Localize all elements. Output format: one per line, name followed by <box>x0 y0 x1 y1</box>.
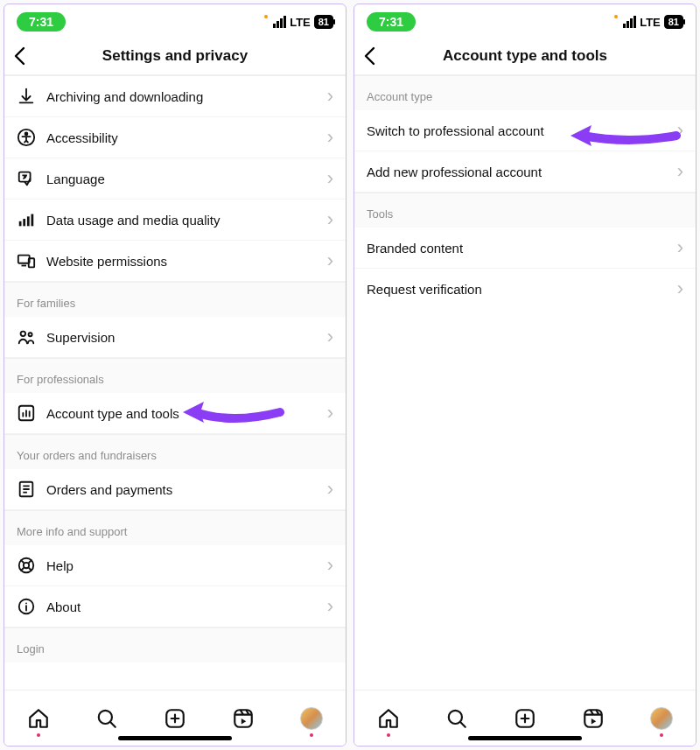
chevron-right-icon: › <box>677 236 683 259</box>
svg-point-10 <box>29 333 32 336</box>
account-type-content: Account type Switch to professional acco… <box>354 75 696 690</box>
home-icon <box>27 707 50 730</box>
battery-icon: 81 <box>664 15 683 29</box>
notification-dot-icon <box>37 733 40 737</box>
nav-home[interactable] <box>375 705 402 732</box>
row-label: Branded content <box>367 241 677 256</box>
page-header: Account type and tools <box>354 39 696 75</box>
chevron-right-icon: › <box>327 85 333 108</box>
status-bar: 7:31 LTE 81 <box>4 4 346 39</box>
plus-square-icon <box>514 707 536 730</box>
network-label: LTE <box>640 16 661 29</box>
row-label: Language <box>46 172 327 186</box>
recording-dot-icon <box>264 15 268 18</box>
notification-dot-icon <box>387 733 390 737</box>
chevron-right-icon: › <box>327 554 333 577</box>
row-label: Accessibility <box>46 130 327 145</box>
people-icon <box>17 327 46 347</box>
chevron-right-icon: › <box>677 277 683 300</box>
notification-dot-icon <box>310 733 313 737</box>
svg-rect-19 <box>234 710 252 727</box>
battery-icon: 81 <box>314 15 333 29</box>
avatar <box>650 707 673 730</box>
row-language[interactable]: Language › <box>4 158 346 200</box>
chevron-right-icon: › <box>327 208 333 231</box>
row-label: Help <box>46 558 327 573</box>
row-accessibility[interactable]: Accessibility › <box>4 117 346 158</box>
nav-search[interactable] <box>94 705 120 732</box>
reels-icon <box>582 707 605 730</box>
nav-reels[interactable] <box>230 705 256 732</box>
row-label: Archiving and downloading <box>46 89 327 104</box>
cellular-bars-icon <box>17 210 46 229</box>
page-header: Settings and privacy <box>4 39 346 75</box>
row-help[interactable]: Help › <box>4 545 346 586</box>
chevron-right-icon: › <box>677 119 683 142</box>
section-professionals: For professionals <box>4 358 346 393</box>
svg-rect-3 <box>19 221 22 227</box>
row-label: Request verification <box>367 282 677 297</box>
chevron-right-icon: › <box>327 167 333 190</box>
svg-rect-5 <box>27 216 30 226</box>
row-label: Website permissions <box>46 254 327 269</box>
row-label: Switch to professional account <box>367 123 677 138</box>
section-families: For families <box>4 282 346 317</box>
row-data-usage[interactable]: Data usage and media quality › <box>4 200 346 241</box>
svg-point-14 <box>24 563 29 568</box>
section-orders: Your orders and fundraisers <box>4 434 346 469</box>
row-label: Data usage and media quality <box>46 213 327 228</box>
search-icon <box>445 707 468 730</box>
receipt-icon <box>17 480 46 499</box>
status-right: LTE 81 <box>264 15 333 29</box>
recording-dot-icon <box>614 15 618 18</box>
page-title: Settings and privacy <box>13 47 337 65</box>
svg-point-9 <box>21 332 25 337</box>
status-bar: 7:31 LTE 81 <box>354 4 696 39</box>
avatar <box>300 707 323 730</box>
nav-create[interactable] <box>162 705 188 732</box>
row-orders[interactable]: Orders and payments › <box>4 469 346 510</box>
row-request-verification[interactable]: Request verification › <box>354 269 696 309</box>
row-switch-professional[interactable]: Switch to professional account › <box>354 110 696 151</box>
svg-rect-7 <box>18 256 30 263</box>
row-add-professional[interactable]: Add new professional account › <box>354 151 696 193</box>
svg-point-1 <box>25 133 28 136</box>
devices-icon <box>17 251 46 270</box>
language-icon <box>17 169 46 188</box>
row-website-permissions[interactable]: Website permissions › <box>4 241 346 282</box>
help-icon <box>17 556 46 575</box>
nav-profile[interactable] <box>298 705 325 732</box>
nav-create[interactable] <box>512 705 538 732</box>
phone-left: 7:31 LTE 81 Settings and privacy Archivi… <box>4 4 346 746</box>
nav-reels[interactable] <box>580 705 606 732</box>
section-account-type: Account type <box>354 75 696 110</box>
cellular-signal-icon <box>623 16 636 28</box>
row-branded-content[interactable]: Branded content › <box>354 228 696 269</box>
svg-point-16 <box>25 602 27 604</box>
nav-home[interactable] <box>25 705 52 732</box>
svg-rect-6 <box>32 214 34 227</box>
home-icon <box>377 707 400 730</box>
row-label: Supervision <box>46 330 327 345</box>
section-support: More info and support <box>4 510 346 545</box>
nav-search[interactable] <box>444 705 470 732</box>
row-archiving[interactable]: Archiving and downloading › <box>4 75 346 117</box>
chevron-right-icon: › <box>327 126 333 149</box>
home-indicator <box>468 736 582 740</box>
chevron-right-icon: › <box>327 249 333 272</box>
row-supervision[interactable]: Supervision › <box>4 317 346 358</box>
chevron-right-icon: › <box>327 326 333 348</box>
plus-square-icon <box>164 707 186 730</box>
row-about[interactable]: About › <box>4 586 346 627</box>
settings-content: Archiving and downloading › Accessibilit… <box>4 75 346 690</box>
chevron-right-icon: › <box>327 595 333 618</box>
bottom-nav <box>4 690 346 746</box>
section-login: Login <box>4 627 346 662</box>
row-account-type[interactable]: Account type and tools › <box>4 393 346 434</box>
search-icon <box>95 707 118 730</box>
chevron-right-icon: › <box>327 402 333 424</box>
phone-right: 7:31 LTE 81 Account type and tools Accou… <box>354 4 696 746</box>
nav-profile[interactable] <box>648 705 675 732</box>
row-label: Account type and tools <box>46 406 327 421</box>
home-indicator <box>118 736 232 740</box>
